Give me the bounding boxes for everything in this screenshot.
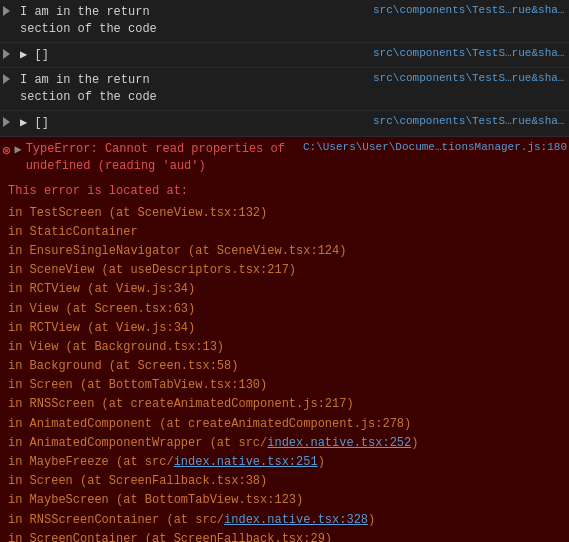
log-message-3: I am in the return section of the code	[18, 68, 369, 110]
expand-arrow-1[interactable]	[0, 0, 18, 42]
stack-line-6: in RCTView (at View.js:34)	[8, 319, 561, 338]
error-entry: ⊗ ▶ TypeError: Cannot read properties of…	[0, 137, 569, 542]
stack-line-4: in RCTView (at View.js:34)	[8, 280, 561, 299]
log-entry-2: ▶ [] src\components\TestS…rue&shallow=tr…	[0, 43, 569, 69]
stack-line-16: in RNSScreenContainer (at src/index.nati…	[8, 511, 561, 530]
stack-line-14: in Screen (at ScreenFallback.tsx:38)	[8, 472, 561, 491]
stack-line-1: in StaticContainer	[8, 223, 561, 242]
stack-line-7: in View (at Background.tsx:13)	[8, 338, 561, 357]
error-intro: This error is located at:	[8, 182, 561, 201]
log-source-3[interactable]: src\components\TestS…rue&shallow=true:80	[369, 68, 569, 110]
error-icon: ⊗	[2, 142, 10, 159]
log-message-4: ▶ []	[18, 111, 369, 136]
log-entry-4: ▶ [] src\components\TestS…rue&shallow=tr…	[0, 111, 569, 137]
error-expand-arrow[interactable]: ▶	[14, 142, 21, 157]
stack-line-5: in View (at Screen.tsx:63)	[8, 300, 561, 319]
expand-arrow-2[interactable]	[0, 43, 18, 68]
link-index-native-251[interactable]: index.native.tsx:251	[174, 455, 318, 469]
log-source-2[interactable]: src\components\TestS…rue&shallow=true:80	[369, 43, 569, 68]
stack-line-2: in EnsureSingleNavigator (at SceneView.t…	[8, 242, 561, 261]
log-message-1: I am in the return section of the code	[18, 0, 369, 42]
stack-line-10: in RNSScreen (at createAnimatedComponent…	[8, 395, 561, 414]
error-body: This error is located at: in TestScreen …	[0, 176, 569, 542]
stack-line-15: in MaybeScreen (at BottomTabView.tsx:123…	[8, 491, 561, 510]
expand-arrow-4[interactable]	[0, 111, 18, 136]
log-message-2: ▶ []	[18, 43, 369, 68]
expand-arrow-3[interactable]	[0, 68, 18, 110]
error-title: TypeError: Cannot read properties of und…	[26, 141, 295, 175]
stack-line-13: in MaybeFreeze (at src/index.native.tsx:…	[8, 453, 561, 472]
stack-line-11: in AnimatedComponent (at createAnimatedC…	[8, 415, 561, 434]
log-entry-3: I am in the return section of the code s…	[0, 68, 569, 111]
stack-line-17: in ScreenContainer (at ScreenFallback.ts…	[8, 530, 561, 542]
log-entry-1: I am in the return section of the code s…	[0, 0, 569, 43]
stack-line-3: in SceneView (at useDescriptors.tsx:217)	[8, 261, 561, 280]
stack-line-8: in Background (at Screen.tsx:58)	[8, 357, 561, 376]
stack-line-12: in AnimatedComponentWrapper (at src/inde…	[8, 434, 561, 453]
log-source-1[interactable]: src\components\TestS…rue&shallow=true:80	[369, 0, 569, 42]
error-header: ⊗ ▶ TypeError: Cannot read properties of…	[0, 137, 569, 177]
stack-line-0: in TestScreen (at SceneView.tsx:132)	[8, 204, 561, 223]
log-source-4[interactable]: src\components\TestS…rue&shallow=true:80	[369, 111, 569, 136]
console-panel: I am in the return section of the code s…	[0, 0, 569, 542]
link-index-native-252[interactable]: index.native.tsx:252	[267, 436, 411, 450]
stack-line-9: in Screen (at BottomTabView.tsx:130)	[8, 376, 561, 395]
error-source[interactable]: C:\Users\User\Docume…tionsManager.js:180	[295, 141, 567, 153]
link-index-native-328[interactable]: index.native.tsx:328	[224, 513, 368, 527]
